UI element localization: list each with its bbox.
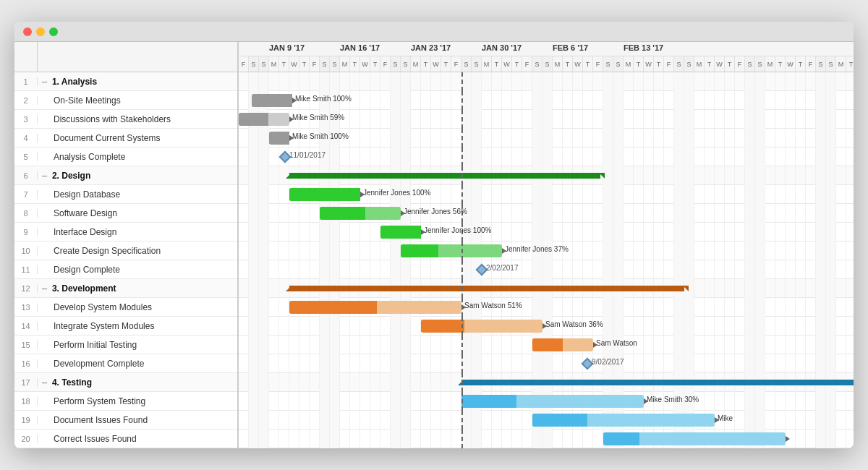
gantt-day-col [512, 354, 522, 373]
gantt-day-col [522, 298, 532, 317]
task-row[interactable]: 17─ 4. Testing [14, 373, 237, 392]
task-row[interactable]: 6─ 2. Design [14, 166, 237, 185]
gantt-day-col [573, 242, 583, 260]
row-number: 15 [14, 341, 38, 349]
task-row[interactable]: 2On-Site Meetings [14, 91, 237, 110]
gantt-day-col [644, 185, 654, 204]
bar-fill [252, 94, 292, 107]
gantt-day-col [826, 242, 836, 260]
dependency-arrow [542, 323, 547, 329]
dependency-arrow [360, 192, 365, 197]
minimize-button[interactable] [36, 27, 45, 36]
task-row[interactable]: 7Design Database [14, 185, 237, 204]
day-header-cell: M [765, 56, 775, 72]
gantt-row: Mike Smith 100% [239, 91, 854, 110]
gantt-day-col [512, 204, 522, 223]
gantt-day-col [573, 185, 583, 204]
task-row[interactable]: 1─ 1. Analysis [14, 72, 237, 91]
gantt-day-col [664, 148, 674, 166]
row-name: Document Current Systems [38, 133, 237, 143]
gantt-day-col [380, 354, 391, 373]
task-row[interactable]: 5Analysis Complete [14, 148, 237, 166]
gantt-day-col [735, 260, 745, 279]
gantt-day-col [705, 354, 715, 373]
gantt-day-col [786, 411, 796, 430]
gantt-day-col [431, 392, 441, 411]
task-row[interactable]: 19Document Issues Found [14, 411, 237, 430]
gantt-day-col [745, 204, 755, 223]
gantt-day-col [441, 72, 451, 91]
gantt-day-col [330, 336, 340, 354]
gantt-day-col [775, 91, 786, 110]
gantt-day-col [755, 148, 765, 166]
gantt-day-col [350, 148, 360, 166]
gantt-day-col [451, 392, 461, 411]
gantt-day-col [512, 148, 522, 166]
gantt-day-col [370, 354, 380, 373]
expand-icon[interactable]: ─ [42, 285, 49, 293]
close-button[interactable] [23, 27, 32, 36]
task-row[interactable]: 13Develop System Modules [14, 298, 237, 317]
day-header-cell: W [431, 56, 441, 72]
task-row[interactable]: 18Perform System Testing [14, 392, 237, 411]
expand-icon[interactable]: ─ [42, 172, 49, 180]
gantt-day-col [532, 223, 542, 242]
gantt-day-col [725, 129, 735, 148]
gantt-day-col [451, 91, 461, 110]
task-row[interactable]: 8Software Design [14, 204, 237, 223]
gantt-day-col [391, 110, 401, 129]
row-number: 4 [14, 134, 38, 142]
maximize-button[interactable] [49, 27, 58, 36]
gantt-day-col [583, 148, 593, 166]
gantt-day-col [715, 110, 725, 129]
gantt-day-col [401, 148, 411, 166]
day-header-cell: M [269, 56, 279, 72]
gantt-day-col [826, 411, 836, 430]
day-header-cell: F [522, 56, 532, 72]
gantt-day-col [259, 260, 269, 279]
gantt-day-col [806, 354, 816, 373]
task-row[interactable]: 11Design Complete [14, 260, 237, 279]
bar-label: Jennifer Jones 100% [363, 189, 430, 197]
gantt-day-col [421, 148, 431, 166]
task-row[interactable]: 15Perform Initial Testing [14, 336, 237, 354]
gantt-day-col [269, 204, 279, 223]
gantt-day-col [482, 354, 492, 373]
gantt-day-col [826, 279, 836, 298]
task-row[interactable]: 12─ 3. Development [14, 279, 237, 298]
gantt-day-col [320, 72, 330, 91]
gantt-row [239, 373, 854, 392]
gantt-day-col [310, 72, 320, 91]
gantt-day-col [644, 129, 654, 148]
gantt-day-col [451, 110, 461, 129]
bar-label: Mike Smith 59% [292, 114, 344, 121]
bar-fill [461, 395, 516, 408]
gantt-day-col [765, 279, 775, 298]
task-row[interactable]: 4Document Current Systems [14, 129, 237, 148]
day-header-cell: S [684, 56, 694, 72]
task-row[interactable]: 3Discussions with Stakeholders [14, 110, 237, 129]
task-row[interactable]: 10Create Design Specification [14, 242, 237, 260]
gantt-day-col [563, 91, 573, 110]
gantt-day-col [694, 91, 705, 110]
gantt-day-col [705, 223, 715, 242]
task-row[interactable]: 14Integrate System Modules [14, 317, 237, 336]
task-row[interactable]: 20Correct Issues Found [14, 430, 237, 448]
expand-icon[interactable]: ─ [42, 379, 49, 387]
gantt-day-col [765, 317, 775, 336]
expand-icon[interactable]: ─ [42, 78, 49, 86]
task-row[interactable]: 16Development Complete [14, 354, 237, 373]
gantt-day-col [603, 91, 613, 110]
gantt-day-col [816, 411, 826, 430]
gantt-day-col [269, 185, 279, 204]
gantt-day-col [532, 298, 542, 317]
gantt-day-col [401, 392, 411, 411]
task-row[interactable]: 9Interface Design [14, 223, 237, 242]
gantt-day-col [451, 336, 461, 354]
day-header-cell: S [826, 56, 836, 72]
gantt-day-col [755, 129, 765, 148]
gantt-day-col [644, 204, 654, 223]
gantt-day-col [735, 336, 745, 354]
gantt-day-col [806, 430, 816, 448]
gantt-day-col [249, 430, 259, 448]
